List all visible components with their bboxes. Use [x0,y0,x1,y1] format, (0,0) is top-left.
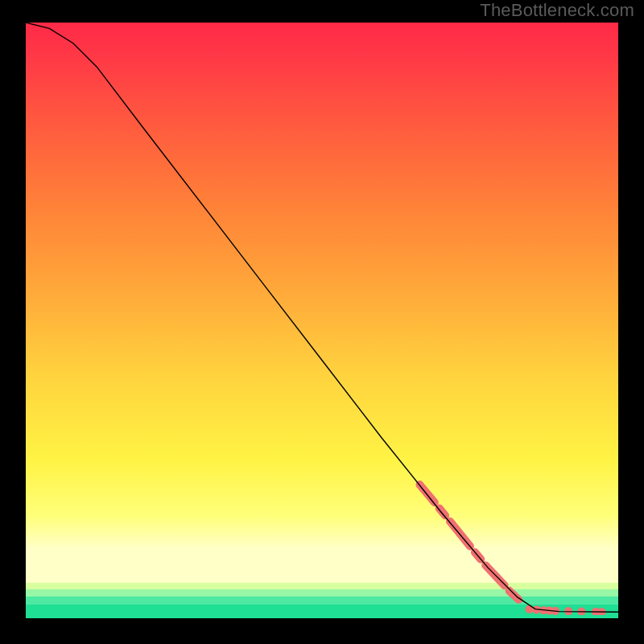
marker-group [419,485,605,615]
marker-segment [510,591,519,600]
marker-segment [440,509,445,516]
marker-point [525,605,533,613]
plot-area [26,23,618,618]
watermark-text: TheBottleneck.com [480,0,634,21]
chart-container: TheBottleneck.com [0,0,644,644]
main-curve [26,23,618,612]
chart-svg [26,23,618,615]
